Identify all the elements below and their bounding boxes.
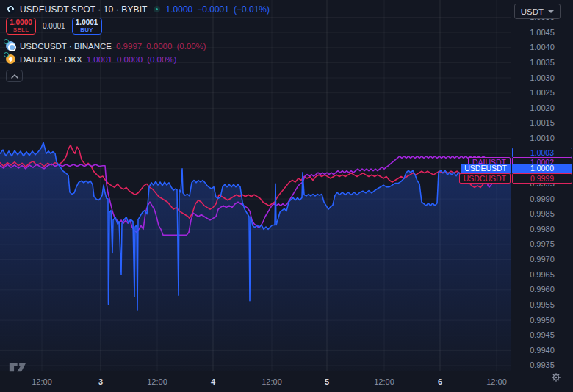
price-tag-series-name: USDCUSDT (459, 173, 511, 184)
compare-change: 0.0000 (146, 42, 172, 51)
time-axis-label: 5 (309, 377, 345, 386)
price-axis-label: 0.9945 (511, 330, 573, 340)
price-tag-series-name: USDEUSDT (461, 164, 511, 174)
price-tag-value: 0.9999 (512, 173, 572, 184)
sell-label: SELL (13, 27, 29, 33)
price-axis-label: 0.9980 (511, 225, 573, 234)
usdeusdt-area-fill (0, 142, 511, 371)
price-axis-label: 0.9965 (511, 270, 573, 280)
price-axis-label: 1.0010 (511, 134, 573, 143)
price-axis-label: 0.9970 (511, 255, 573, 264)
price-axis-label: 0.9955 (511, 300, 573, 310)
price-axis-label: 0.9960 (511, 285, 573, 294)
time-axis-label: 12:00 (253, 377, 290, 386)
buy-sell-row: 1.0000 SELL 0.0001 1.0001 BUY (6, 18, 270, 35)
price-axis-label: 0.9940 (511, 346, 573, 355)
usdcusdt-price-tag[interactable]: USDCUSDT0.9999 (459, 173, 572, 184)
price-tag-value: 1.0000 (512, 164, 572, 174)
compare-values: 0.9997 0.0000 (0.00%) (116, 42, 206, 51)
compare-series-daiusdt[interactable]: DAIUSDT · OKX 1.0001 0.0000 (0.00%) (6, 53, 270, 65)
price-axis-label: 1.0040 (511, 43, 573, 52)
price-axis-label: 0.9950 (511, 316, 573, 325)
time-axis-label: 6 (422, 377, 458, 386)
price-axis-label: 1.0025 (511, 88, 573, 98)
price-axis-label: 1.0020 (511, 104, 573, 113)
chevron-down-icon (548, 10, 554, 13)
compare-change-pct: (0.00%) (147, 55, 176, 64)
sell-price: 1.0000 (10, 19, 32, 26)
time-axis-label: 12:00 (24, 377, 60, 386)
symbol-title: USDEUSDT SPOT · 10 · BYBIT (20, 4, 148, 15)
price-axis-label: 1.0030 (511, 73, 573, 83)
price-axis[interactable]: 1.00501.00451.00401.00351.00301.00251.00… (511, 0, 573, 371)
sell-button[interactable]: 1.0000 SELL (6, 18, 36, 35)
buy-button[interactable]: 1.0001 BUY (72, 18, 102, 35)
time-axis-label: 4 (195, 377, 231, 386)
price-axis-label: 0.9990 (511, 195, 573, 204)
price-axis-label: 1.0045 (511, 28, 573, 37)
price-axis-label: 0.9935 (511, 360, 573, 370)
buy-price: 1.0001 (76, 19, 98, 26)
currency-unit-button[interactable]: USDT (514, 4, 561, 19)
legend-collapse-button[interactable] (6, 70, 23, 82)
price-axis-label: 0.9975 (511, 239, 573, 249)
spread-value: 0.0001 (36, 22, 72, 30)
time-axis-label: 12:00 (366, 377, 403, 386)
dai-coin-icon (6, 54, 15, 64)
price-change-pct: (−0.01%) (234, 4, 270, 15)
time-axis-label: 12:00 (139, 377, 176, 386)
compare-values: 1.0001 0.0000 (0.00%) (87, 55, 177, 64)
tradingview-chart-window: USDEUSDT SPOT · 10 · BYBIT 1.0000 −0.000… (0, 0, 573, 392)
price-axis-label: 1.0015 (511, 118, 573, 128)
time-axis-settings-gear-icon[interactable] (551, 372, 561, 385)
compare-name: USDCUSDT · BINANCE (20, 42, 112, 51)
compare-series-usdcusdt[interactable]: USDCUSDT · BINANCE 0.9997 0.0000 (0.00%) (6, 40, 270, 52)
chart-legend: USDEUSDT SPOT · 10 · BYBIT 1.0000 −0.000… (6, 3, 270, 82)
price-change: −0.0001 (197, 4, 229, 15)
usdeusdt-price-tag[interactable]: USDEUSDT1.0000 (461, 164, 572, 174)
main-series-legend[interactable]: USDEUSDT SPOT · 10 · BYBIT 1.0000 −0.000… (6, 3, 270, 15)
compare-change: 0.0000 (117, 55, 143, 64)
last-price: 1.0000 (166, 4, 193, 15)
currency-unit-label: USDT (521, 7, 544, 16)
compare-value: 1.0001 (87, 55, 112, 64)
compare-value: 0.9997 (116, 42, 142, 51)
price-axis-label: 0.9985 (511, 209, 573, 219)
time-axis[interactable]: 12:00312:00412:00512:00612:00 (0, 371, 573, 392)
buy-label: BUY (80, 27, 93, 33)
time-axis-label: 12:00 (478, 377, 515, 386)
compare-name: DAIUSDT · OKX (20, 55, 82, 64)
tradingview-logo[interactable] (9, 360, 31, 377)
time-axis-label: 3 (82, 377, 119, 386)
compare-change-pct: (0.00%) (176, 42, 206, 51)
market-status-dot[interactable] (154, 6, 160, 12)
price-axis-label: 1.0035 (511, 58, 573, 68)
usde-coin-icon (6, 4, 15, 14)
chevron-up-icon (11, 74, 18, 79)
usdc-coin-icon (6, 41, 15, 51)
main-series-values: 1.0000 −0.0001 (−0.01%) (166, 4, 270, 15)
